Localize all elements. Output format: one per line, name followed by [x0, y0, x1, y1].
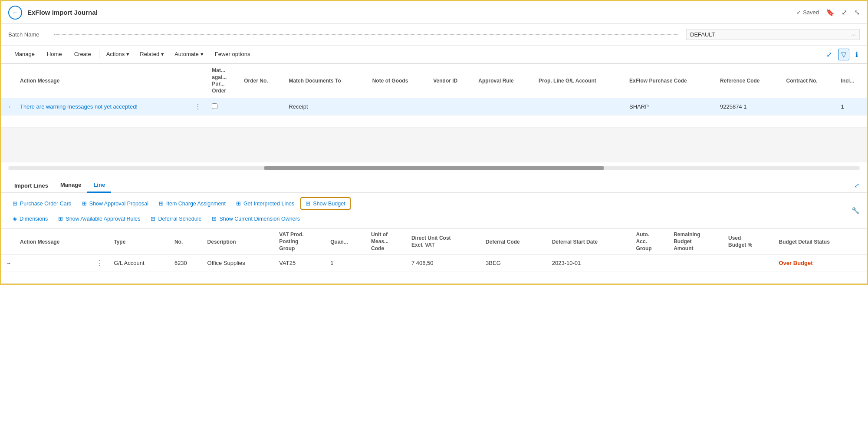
purchase-order-card-btn[interactable]: ⊞ Purchase Order Card	[8, 198, 76, 209]
col-ref-code: Reference Code	[716, 64, 782, 98]
col-match-docs: Match Documents To	[284, 64, 368, 98]
import-col-remaining: RemainingBudgetAmount	[669, 229, 724, 255]
action-rows: ⊞ Purchase Order Card ⊞ Show Approval Pr…	[8, 197, 850, 224]
import-direct-cost-cell: 7 406,50	[407, 255, 481, 271]
share-icon[interactable]: ⤢	[825, 49, 834, 60]
show-approval-proposal-btn[interactable]: ⊞ Show Approval Proposal	[78, 198, 153, 209]
import-actions: ⊞ Purchase Order Card ⊞ Show Approval Pr…	[1, 193, 867, 229]
over-budget-badge: Over Budget	[779, 260, 813, 266]
import-tab-title: Import Lines	[8, 179, 54, 192]
col-note-of-goods: Note of Goods	[368, 64, 429, 98]
empty-space	[1, 128, 867, 162]
note-of-goods-cell	[368, 98, 429, 116]
import-row-more-button[interactable]: ⋮	[95, 258, 105, 268]
import-col-direct-cost: Direct Unit CostExcl. VAT	[407, 229, 481, 255]
warning-link[interactable]: There are warning messages not yet accep…	[20, 103, 138, 110]
nav-separator	[99, 50, 99, 59]
filter-icon[interactable]: ▽	[838, 49, 849, 60]
batch-input[interactable]: DEFAULT ···	[686, 29, 860, 40]
nav-home[interactable]: Home	[41, 46, 68, 63]
import-row-arrow: →	[1, 255, 16, 271]
action-row-1: ⊞ Purchase Order Card ⊞ Show Approval Pr…	[8, 197, 850, 210]
action-message-cell: There are warning messages not yet accep…	[16, 98, 188, 116]
col-mat-order: Mat...agai...Pur...Order	[207, 64, 240, 98]
exflow-code-cell: SHARP	[625, 98, 716, 116]
show-current-dimension-owners-btn[interactable]: ⊞ Show Current Dimension Owners	[207, 213, 304, 224]
import-table-header: Action Message Type No. Description VAT …	[1, 229, 867, 255]
import-quantity-cell: 1	[326, 255, 367, 271]
show-available-approval-rules-btn[interactable]: ⊞ Show Available Approval Rules	[54, 213, 145, 224]
page-title: ExFlow Import Journal	[27, 9, 98, 16]
batch-more-icon[interactable]: ···	[851, 31, 856, 38]
nav-right: ⤢ ▽ ℹ	[825, 49, 860, 60]
import-col-arrow	[1, 229, 16, 255]
get-interpreted-lines-btn[interactable]: ⊞ Get Interpreted Lines	[232, 198, 299, 209]
info-icon[interactable]: ℹ	[854, 49, 860, 60]
col-more-btn-header	[188, 64, 207, 98]
open-new-icon[interactable]: ⤢	[842, 8, 847, 17]
dimensions-btn[interactable]: ◈ Dimensions	[8, 213, 52, 224]
batch-dots	[54, 34, 679, 35]
import-tab-manage[interactable]: Manage	[54, 178, 87, 193]
import-share-icon[interactable]: ⤢	[854, 182, 860, 189]
import-vat-cell: VAT25	[275, 255, 326, 271]
saved-status: ✓ Saved	[796, 9, 819, 16]
contract-no-cell	[782, 98, 837, 116]
deferral-icon: ⊞	[151, 215, 155, 222]
top-bar: ← ExFlow Import Journal ✓ Saved 🔖 ⤢ ⤡	[1, 1, 867, 24]
col-arrow	[1, 64, 16, 98]
ref-code-cell: 9225874 1	[716, 98, 782, 116]
nav-fewer-options[interactable]: Fewer options	[209, 46, 256, 63]
col-exflow-code: ExFlow Purchase Code	[625, 64, 716, 98]
action-row-2: ◈ Dimensions ⊞ Show Available Approval R…	[8, 213, 850, 224]
import-tab-line[interactable]: Line	[87, 178, 111, 193]
collapse-icon[interactable]: ⤡	[854, 8, 860, 17]
nav-automate[interactable]: Automate ▾	[169, 46, 209, 63]
item-charge-assignment-btn[interactable]: ⊞ Item Charge Assignment	[155, 198, 230, 209]
scrollbar-thumb[interactable]	[264, 166, 605, 170]
item-charge-icon: ⊞	[159, 200, 164, 207]
scrollbar-track[interactable]	[8, 166, 860, 170]
deferral-schedule-btn[interactable]: ⊞ Deferral Schedule	[146, 213, 206, 224]
nav-actions[interactable]: Actions ▾	[101, 46, 135, 63]
import-no-cell: 6230	[170, 255, 203, 271]
order-no-cell	[240, 98, 284, 116]
prop-gl-cell	[534, 98, 625, 116]
import-auto-acc-cell	[632, 255, 670, 271]
import-col-description: Description	[203, 229, 275, 255]
import-action-message-cell: _	[16, 255, 90, 271]
related-chevron-icon: ▾	[161, 51, 164, 57]
import-data-table: Action Message Type No. Description VAT …	[1, 229, 867, 284]
dimensions-icon: ◈	[13, 215, 17, 222]
nav-related[interactable]: Related ▾	[135, 46, 169, 63]
import-deferral-start-cell: 2023-10-01	[548, 255, 632, 271]
row-more-button[interactable]: ⋮	[193, 102, 203, 112]
nav-manage[interactable]: Manage	[8, 46, 41, 63]
nav-create[interactable]: Create	[68, 46, 97, 63]
col-approval-rule: Approval Rule	[474, 64, 534, 98]
import-col-deferral-start: Deferral Start Date	[548, 229, 632, 255]
main-table-area: Action Message Mat...agai...Pur...Order …	[1, 64, 867, 128]
import-col-unit: Unit ofMeas...Code	[367, 229, 407, 255]
import-unit-cell	[367, 255, 407, 271]
bookmark-icon[interactable]: 🔖	[826, 8, 835, 17]
purchase-order-icon: ⊞	[13, 200, 17, 207]
import-col-budget-status: Budget Detail Status	[775, 229, 867, 255]
vendor-id-cell	[429, 98, 474, 116]
batch-value: DEFAULT	[690, 31, 715, 38]
import-remaining-cell	[669, 255, 724, 271]
import-col-used: UsedBudget %	[724, 229, 775, 255]
interpreted-lines-icon: ⊞	[236, 200, 241, 207]
automate-chevron-icon: ▾	[201, 51, 204, 57]
back-button[interactable]: ←	[8, 6, 22, 20]
table-row: → There are warning messages not yet acc…	[1, 98, 867, 116]
wrench-icon[interactable]: 🔧	[852, 207, 860, 215]
more-btn-cell: ⋮	[188, 98, 207, 116]
col-action-message: Action Message	[16, 64, 188, 98]
import-deferral-code-cell: 3BEG	[481, 255, 548, 271]
import-col-vat: VAT Prod.PostingGroup	[275, 229, 326, 255]
show-budget-btn[interactable]: ⊞ Show Budget	[300, 197, 350, 210]
import-lines-header: Import Lines Manage Line ⤢	[1, 174, 867, 193]
import-col-type: Type	[109, 229, 170, 255]
mat-order-checkbox[interactable]	[212, 103, 217, 109]
